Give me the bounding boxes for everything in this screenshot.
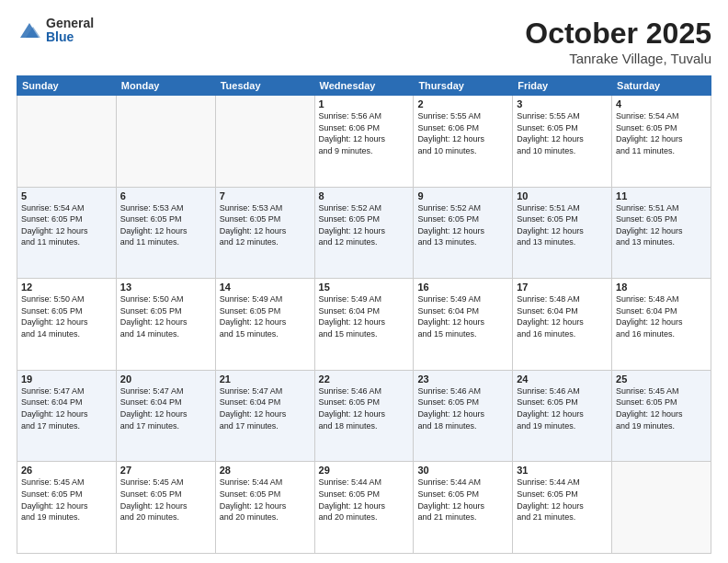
calendar-cell: 14Sunrise: 5:49 AMSunset: 6:05 PMDayligh… bbox=[215, 279, 314, 371]
day-info: Sunrise: 5:49 AMSunset: 6:04 PMDaylight:… bbox=[319, 293, 410, 339]
day-number: 15 bbox=[319, 282, 410, 293]
day-info: Sunrise: 5:49 AMSunset: 6:05 PMDaylight:… bbox=[220, 293, 311, 339]
calendar-cell: 22Sunrise: 5:46 AMSunset: 6:05 PMDayligh… bbox=[314, 370, 414, 462]
day-info: Sunrise: 5:46 AMSunset: 6:05 PMDaylight:… bbox=[417, 385, 508, 431]
day-number: 18 bbox=[616, 282, 707, 293]
day-info: Sunrise: 5:45 AMSunset: 6:05 PMDaylight:… bbox=[616, 385, 707, 431]
calendar-cell: 2Sunrise: 5:55 AMSunset: 6:06 PMDaylight… bbox=[414, 96, 513, 188]
calendar-cell bbox=[612, 462, 711, 554]
day-number: 7 bbox=[220, 190, 311, 201]
month-title: October 2025 bbox=[525, 17, 711, 51]
calendar-cell: 25Sunrise: 5:45 AMSunset: 6:05 PMDayligh… bbox=[612, 370, 711, 462]
day-number: 25 bbox=[616, 373, 707, 385]
calendar-cell: 30Sunrise: 5:44 AMSunset: 6:05 PMDayligh… bbox=[414, 462, 513, 554]
calendar-week-row-4: 19Sunrise: 5:47 AMSunset: 6:04 PMDayligh… bbox=[17, 370, 711, 462]
day-number: 8 bbox=[319, 190, 410, 201]
logo-blue-label: Blue bbox=[46, 30, 94, 44]
weekday-header-tuesday: Tuesday bbox=[215, 76, 314, 96]
day-info: Sunrise: 5:49 AMSunset: 6:04 PMDaylight:… bbox=[417, 293, 508, 339]
day-number: 11 bbox=[616, 190, 707, 201]
day-number: 13 bbox=[120, 282, 211, 293]
day-number: 21 bbox=[220, 373, 311, 385]
calendar-cell: 1Sunrise: 5:56 AMSunset: 6:06 PMDaylight… bbox=[314, 96, 414, 188]
calendar-cell: 27Sunrise: 5:45 AMSunset: 6:05 PMDayligh… bbox=[116, 462, 215, 554]
weekday-header-row: SundayMondayTuesdayWednesdayThursdayFrid… bbox=[17, 76, 711, 96]
day-number: 4 bbox=[616, 98, 707, 109]
day-info: Sunrise: 5:48 AMSunset: 6:04 PMDaylight:… bbox=[616, 293, 707, 339]
day-number: 16 bbox=[417, 282, 508, 293]
day-number: 31 bbox=[517, 465, 608, 476]
day-number: 24 bbox=[517, 373, 608, 385]
calendar-week-row-1: 1Sunrise: 5:56 AMSunset: 6:06 PMDaylight… bbox=[17, 96, 711, 188]
weekday-header-wednesday: Wednesday bbox=[314, 76, 414, 96]
day-number: 1 bbox=[319, 98, 410, 109]
day-number: 27 bbox=[120, 465, 211, 476]
day-info: Sunrise: 5:56 AMSunset: 6:06 PMDaylight:… bbox=[319, 110, 410, 156]
calendar-cell: 10Sunrise: 5:51 AMSunset: 6:05 PMDayligh… bbox=[513, 187, 612, 279]
calendar-cell: 3Sunrise: 5:55 AMSunset: 6:05 PMDaylight… bbox=[513, 96, 612, 188]
day-info: Sunrise: 5:55 AMSunset: 6:05 PMDaylight:… bbox=[517, 110, 608, 156]
calendar-cell: 9Sunrise: 5:52 AMSunset: 6:05 PMDaylight… bbox=[414, 187, 513, 279]
calendar-week-row-3: 12Sunrise: 5:50 AMSunset: 6:05 PMDayligh… bbox=[17, 279, 711, 371]
calendar-cell: 15Sunrise: 5:49 AMSunset: 6:04 PMDayligh… bbox=[314, 279, 414, 371]
calendar-cell: 16Sunrise: 5:49 AMSunset: 6:04 PMDayligh… bbox=[414, 279, 513, 371]
header: General Blue October 2025 Tanrake Villag… bbox=[17, 17, 711, 66]
calendar-cell: 20Sunrise: 5:47 AMSunset: 6:04 PMDayligh… bbox=[116, 370, 215, 462]
calendar-cell: 13Sunrise: 5:50 AMSunset: 6:05 PMDayligh… bbox=[116, 279, 215, 371]
weekday-header-thursday: Thursday bbox=[414, 76, 513, 96]
calendar-cell: 8Sunrise: 5:52 AMSunset: 6:05 PMDaylight… bbox=[314, 187, 414, 279]
logo-general-label: General bbox=[46, 17, 94, 30]
weekday-header-friday: Friday bbox=[513, 76, 612, 96]
day-number: 30 bbox=[417, 465, 508, 476]
day-info: Sunrise: 5:44 AMSunset: 6:05 PMDaylight:… bbox=[220, 477, 311, 523]
calendar-cell: 28Sunrise: 5:44 AMSunset: 6:05 PMDayligh… bbox=[215, 462, 314, 554]
calendar-cell bbox=[116, 96, 215, 188]
weekday-header-sunday: Sunday bbox=[17, 76, 117, 96]
day-number: 3 bbox=[517, 98, 608, 109]
day-info: Sunrise: 5:54 AMSunset: 6:05 PMDaylight:… bbox=[616, 110, 707, 156]
day-info: Sunrise: 5:53 AMSunset: 6:05 PMDaylight:… bbox=[120, 202, 211, 248]
weekday-header-monday: Monday bbox=[116, 76, 215, 96]
calendar-cell: 7Sunrise: 5:53 AMSunset: 6:05 PMDaylight… bbox=[215, 187, 314, 279]
calendar-cell: 26Sunrise: 5:45 AMSunset: 6:05 PMDayligh… bbox=[17, 462, 117, 554]
day-number: 26 bbox=[21, 465, 112, 476]
day-number: 14 bbox=[220, 282, 311, 293]
calendar-cell: 18Sunrise: 5:48 AMSunset: 6:04 PMDayligh… bbox=[612, 279, 711, 371]
day-info: Sunrise: 5:53 AMSunset: 6:05 PMDaylight:… bbox=[220, 202, 311, 248]
day-number: 2 bbox=[417, 98, 508, 109]
day-info: Sunrise: 5:50 AMSunset: 6:05 PMDaylight:… bbox=[21, 293, 112, 339]
day-info: Sunrise: 5:47 AMSunset: 6:04 PMDaylight:… bbox=[220, 385, 311, 431]
day-number: 12 bbox=[21, 282, 112, 293]
day-info: Sunrise: 5:44 AMSunset: 6:05 PMDaylight:… bbox=[517, 477, 608, 523]
day-number: 29 bbox=[319, 465, 410, 476]
day-number: 5 bbox=[21, 190, 112, 201]
day-info: Sunrise: 5:44 AMSunset: 6:05 PMDaylight:… bbox=[417, 477, 508, 523]
calendar-cell: 4Sunrise: 5:54 AMSunset: 6:05 PMDaylight… bbox=[612, 96, 711, 188]
calendar-cell: 24Sunrise: 5:46 AMSunset: 6:05 PMDayligh… bbox=[513, 370, 612, 462]
day-number: 20 bbox=[120, 373, 211, 385]
calendar-cell: 6Sunrise: 5:53 AMSunset: 6:05 PMDaylight… bbox=[116, 187, 215, 279]
calendar-cell: 29Sunrise: 5:44 AMSunset: 6:05 PMDayligh… bbox=[314, 462, 414, 554]
calendar-cell: 5Sunrise: 5:54 AMSunset: 6:05 PMDaylight… bbox=[17, 187, 117, 279]
day-info: Sunrise: 5:54 AMSunset: 6:05 PMDaylight:… bbox=[21, 202, 112, 248]
day-number: 6 bbox=[120, 190, 211, 201]
calendar-cell: 21Sunrise: 5:47 AMSunset: 6:04 PMDayligh… bbox=[215, 370, 314, 462]
calendar-table: SundayMondayTuesdayWednesdayThursdayFrid… bbox=[17, 75, 711, 554]
day-info: Sunrise: 5:51 AMSunset: 6:05 PMDaylight:… bbox=[517, 202, 608, 248]
day-info: Sunrise: 5:52 AMSunset: 6:05 PMDaylight:… bbox=[417, 202, 508, 248]
day-number: 9 bbox=[417, 190, 508, 201]
day-number: 19 bbox=[21, 373, 112, 385]
logo: General Blue bbox=[17, 17, 94, 45]
calendar-cell: 23Sunrise: 5:46 AMSunset: 6:05 PMDayligh… bbox=[414, 370, 513, 462]
calendar-cell bbox=[17, 96, 117, 188]
day-info: Sunrise: 5:46 AMSunset: 6:05 PMDaylight:… bbox=[319, 385, 410, 431]
day-info: Sunrise: 5:48 AMSunset: 6:04 PMDaylight:… bbox=[517, 293, 608, 339]
calendar-cell: 17Sunrise: 5:48 AMSunset: 6:04 PMDayligh… bbox=[513, 279, 612, 371]
calendar-week-row-2: 5Sunrise: 5:54 AMSunset: 6:05 PMDaylight… bbox=[17, 187, 711, 279]
day-number: 10 bbox=[517, 190, 608, 201]
day-info: Sunrise: 5:51 AMSunset: 6:05 PMDaylight:… bbox=[616, 202, 707, 248]
day-info: Sunrise: 5:45 AMSunset: 6:05 PMDaylight:… bbox=[21, 477, 112, 523]
day-info: Sunrise: 5:50 AMSunset: 6:05 PMDaylight:… bbox=[120, 293, 211, 339]
day-number: 23 bbox=[417, 373, 508, 385]
day-info: Sunrise: 5:46 AMSunset: 6:05 PMDaylight:… bbox=[517, 385, 608, 431]
